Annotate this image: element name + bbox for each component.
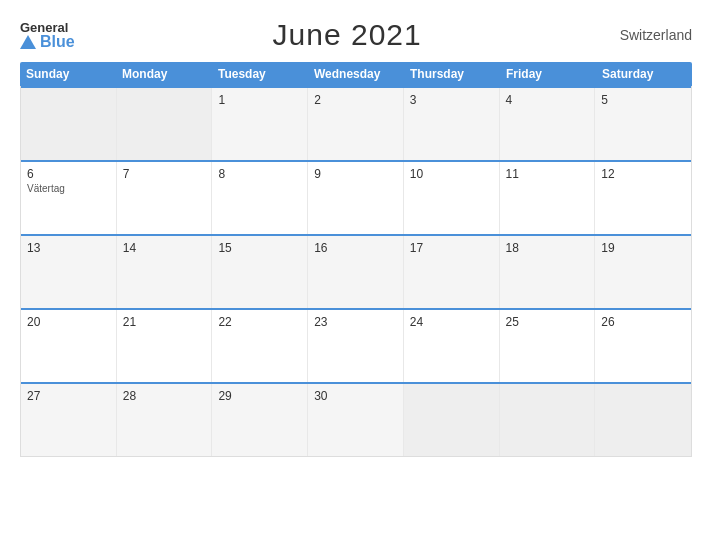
calendar-cell: 20 xyxy=(21,310,117,382)
day-header-cell: Saturday xyxy=(596,62,692,86)
cell-date: 15 xyxy=(218,241,301,255)
calendar-cell: 28 xyxy=(117,384,213,456)
calendar-cell: 15 xyxy=(212,236,308,308)
calendar-container: General Blue June 2021 Switzerland Sunda… xyxy=(0,0,712,550)
calendar-cell: 9 xyxy=(308,162,404,234)
logo-blue-row: Blue xyxy=(20,34,75,50)
cell-date: 5 xyxy=(601,93,685,107)
calendar-week: 20212223242526 xyxy=(21,308,691,382)
cell-date: 27 xyxy=(27,389,110,403)
calendar-cell: 5 xyxy=(595,88,691,160)
cell-date: 3 xyxy=(410,93,493,107)
calendar-cell: 13 xyxy=(21,236,117,308)
cell-date: 2 xyxy=(314,93,397,107)
cell-date: 25 xyxy=(506,315,589,329)
calendar-title: June 2021 xyxy=(273,18,422,52)
calendar-cell: 3 xyxy=(404,88,500,160)
calendar-cell: 11 xyxy=(500,162,596,234)
calendar-cell: 4 xyxy=(500,88,596,160)
cell-date: 26 xyxy=(601,315,685,329)
cell-date: 22 xyxy=(218,315,301,329)
cell-event: Vätertag xyxy=(27,183,110,194)
country-label: Switzerland xyxy=(620,27,692,43)
cell-date: 16 xyxy=(314,241,397,255)
day-header-cell: Wednesday xyxy=(308,62,404,86)
calendar-cell: 12 xyxy=(595,162,691,234)
calendar-cell: 14 xyxy=(117,236,213,308)
calendar-cell: 17 xyxy=(404,236,500,308)
logo-blue-text: Blue xyxy=(40,34,75,50)
calendar-cell: 7 xyxy=(117,162,213,234)
calendar-cell: 21 xyxy=(117,310,213,382)
calendar-cell: 1 xyxy=(212,88,308,160)
calendar-cell: 22 xyxy=(212,310,308,382)
days-header: SundayMondayTuesdayWednesdayThursdayFrid… xyxy=(20,62,692,86)
cell-date: 10 xyxy=(410,167,493,181)
calendar-cell xyxy=(117,88,213,160)
cell-date: 30 xyxy=(314,389,397,403)
calendar-week: 6Vätertag789101112 xyxy=(21,160,691,234)
cell-date: 11 xyxy=(506,167,589,181)
calendar-cell: 6Vätertag xyxy=(21,162,117,234)
calendar-header: General Blue June 2021 Switzerland xyxy=(20,18,692,52)
cell-date: 20 xyxy=(27,315,110,329)
calendar-cell: 26 xyxy=(595,310,691,382)
cell-date: 4 xyxy=(506,93,589,107)
cell-date: 6 xyxy=(27,167,110,181)
day-header-cell: Friday xyxy=(500,62,596,86)
day-header-cell: Tuesday xyxy=(212,62,308,86)
calendar-cell xyxy=(21,88,117,160)
calendar-cell xyxy=(500,384,596,456)
day-header-cell: Monday xyxy=(116,62,212,86)
cell-date: 13 xyxy=(27,241,110,255)
cell-date: 8 xyxy=(218,167,301,181)
calendar-cell: 30 xyxy=(308,384,404,456)
calendar-grid: 123456Vätertag78910111213141516171819202… xyxy=(20,86,692,457)
calendar-cell: 29 xyxy=(212,384,308,456)
cell-date: 23 xyxy=(314,315,397,329)
cell-date: 14 xyxy=(123,241,206,255)
calendar-cell: 24 xyxy=(404,310,500,382)
calendar-cell: 18 xyxy=(500,236,596,308)
logo: General Blue xyxy=(20,21,75,50)
cell-date: 18 xyxy=(506,241,589,255)
cell-date: 21 xyxy=(123,315,206,329)
calendar-week: 13141516171819 xyxy=(21,234,691,308)
cell-date: 12 xyxy=(601,167,685,181)
cell-date: 29 xyxy=(218,389,301,403)
calendar-cell xyxy=(595,384,691,456)
calendar-cell: 8 xyxy=(212,162,308,234)
cell-date: 1 xyxy=(218,93,301,107)
calendar-cell: 23 xyxy=(308,310,404,382)
cell-date: 9 xyxy=(314,167,397,181)
cell-date: 19 xyxy=(601,241,685,255)
calendar-cell: 16 xyxy=(308,236,404,308)
calendar-cell: 2 xyxy=(308,88,404,160)
cell-date: 17 xyxy=(410,241,493,255)
calendar-week: 12345 xyxy=(21,86,691,160)
calendar-cell: 19 xyxy=(595,236,691,308)
calendar-week: 27282930 xyxy=(21,382,691,456)
cell-date: 24 xyxy=(410,315,493,329)
calendar-cell: 10 xyxy=(404,162,500,234)
day-header-cell: Sunday xyxy=(20,62,116,86)
calendar-cell: 25 xyxy=(500,310,596,382)
logo-general-text: General xyxy=(20,21,68,34)
day-header-cell: Thursday xyxy=(404,62,500,86)
calendar-cell xyxy=(404,384,500,456)
calendar-cell: 27 xyxy=(21,384,117,456)
cell-date: 28 xyxy=(123,389,206,403)
logo-triangle-icon xyxy=(20,35,36,49)
cell-date: 7 xyxy=(123,167,206,181)
